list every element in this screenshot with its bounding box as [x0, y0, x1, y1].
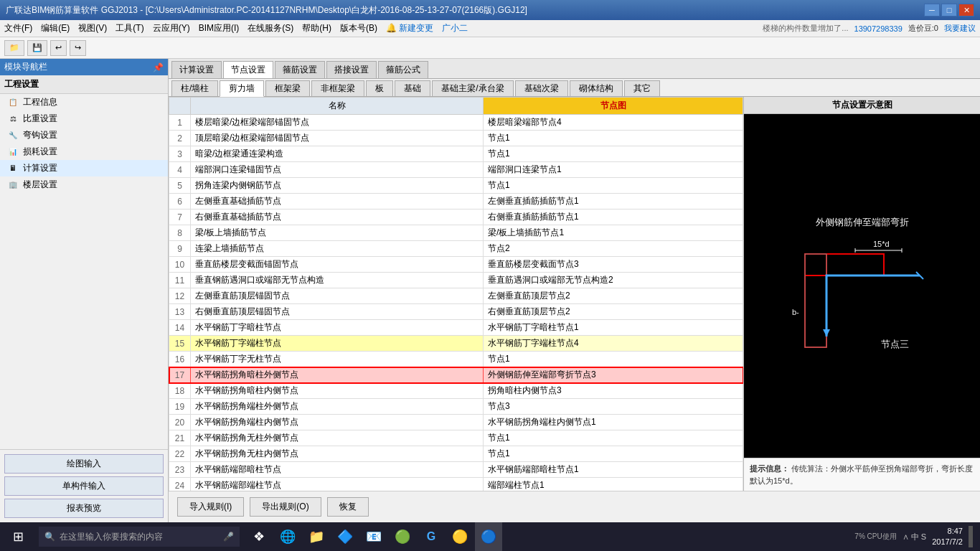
weight-icon: ⚖	[7, 113, 19, 125]
menu-bim[interactable]: BIM应用(I)	[199, 22, 240, 34]
mail-app[interactable]: 📧	[360, 522, 387, 551]
sidebar-item-floor[interactable]: 🏢 楼层设置	[0, 176, 168, 193]
table-row[interactable]: 18水平钢筋拐角暗柱内侧节点拐角暗柱内侧节点3	[169, 383, 743, 399]
sub-tab-foundation-main-beam[interactable]: 基础主梁/承台梁	[432, 80, 513, 96]
app6[interactable]: G	[418, 522, 445, 551]
tab-node-settings[interactable]: 节点设置	[223, 61, 273, 79]
restore-button[interactable]: □	[941, 4, 957, 17]
table-row[interactable]: 16水平钢筋丁字无柱节点节点1	[169, 352, 743, 367]
taskbar-search[interactable]: 🔍 在这里输入你要搜索的内容 🎤	[39, 527, 240, 547]
table-row[interactable]: 23水平钢筋端部暗柱节点水平钢筋端部暗柱节点1	[169, 462, 743, 478]
row-node: 梁/板上墙插筋节点1	[484, 225, 743, 241]
table-row[interactable]: 10垂直筋楼层变截面锚固节点垂直筋楼层变截面节点3	[169, 257, 743, 273]
sidebar-item-calc[interactable]: 🖩 计算设置	[0, 160, 168, 176]
row-number: 15	[169, 336, 191, 352]
row-node: 水平钢筋端部暗柱节点1	[484, 462, 743, 478]
svg-text:节点三: 节点三	[880, 339, 908, 349]
table-row[interactable]: 3暗梁/边框梁通连梁构造节点1	[169, 146, 743, 162]
row-node: 节点3	[484, 399, 743, 415]
table-row[interactable]: 4端部洞口连梁锚固节点端部洞口连梁节点1	[169, 162, 743, 178]
sub-tab-other[interactable]: 其它	[624, 80, 660, 96]
menu-view[interactable]: 视图(V)	[78, 22, 107, 34]
table-row[interactable]: 8梁/板上墙插筋节点梁/板上墙插筋节点1	[169, 225, 743, 241]
menu-online[interactable]: 在线服务(S)	[248, 22, 293, 34]
table-wrapper[interactable]: 名称 节点图 1楼层暗梁/边框梁端部锚固节点楼层暗梁端部节点42顶层暗梁/边框梁…	[169, 97, 743, 491]
start-button[interactable]: ⊞	[0, 522, 36, 551]
sidebar-header: 模块导航栏 📌	[0, 59, 168, 75]
table-row[interactable]: 5拐角连梁内侧钢筋节点节点1	[169, 178, 743, 194]
sub-tab-foundation-secondary-beam[interactable]: 基础次梁	[515, 80, 568, 96]
sub-tab-slab[interactable]: 板	[366, 80, 393, 96]
draw-input-button[interactable]: 绘图输入	[4, 454, 164, 474]
table-row[interactable]: 1楼层暗梁/边框梁端部锚固节点楼层暗梁端部节点4	[169, 115, 743, 131]
menu-file[interactable]: 文件(F)	[4, 22, 32, 34]
redo-button[interactable]: ↪	[70, 40, 86, 56]
new-change-btn[interactable]: 🔔 新建变更	[386, 22, 433, 34]
tab-lap-settings[interactable]: 搭接设置	[326, 61, 377, 78]
tab-stirrup-settings[interactable]: 箍筋设置	[275, 61, 325, 78]
table-row[interactable]: 22水平钢筋拐角无柱内侧节点节点1	[169, 446, 743, 462]
sidebar-pin-icon[interactable]: 📌	[153, 62, 164, 72]
table-row[interactable]: 20水平钢筋拐角端柱内侧节点水平钢筋拐角端柱内侧节点1	[169, 415, 743, 430]
minimize-button[interactable]: ─	[924, 4, 940, 17]
row-node: 节点1	[484, 430, 743, 446]
export-rules-button[interactable]: 导出规则(O)	[250, 497, 321, 517]
sub-tab-column[interactable]: 柱/墙柱	[171, 80, 218, 96]
table-row[interactable]: 24水平钢筋端部端柱节点端部端柱节点1	[169, 478, 743, 491]
store-app[interactable]: 🔷	[331, 522, 359, 551]
tab-calc-settings[interactable]: 计算设置	[171, 61, 222, 78]
menu-cloud[interactable]: 云应用(Y)	[153, 22, 190, 34]
sub-tab-shear-wall[interactable]: 剪力墙	[220, 80, 264, 97]
sidebar-item-project-info[interactable]: 📋 工程信息	[0, 94, 168, 110]
menu-help[interactable]: 帮助(H)	[302, 22, 331, 34]
single-component-button[interactable]: 单构件输入	[4, 476, 164, 496]
row-name: 左侧垂直基础插筋节点	[191, 194, 484, 209]
table-row[interactable]: 11垂直钢筋遇洞口或端部无节点构造垂直筋遇洞口或端部无节点构造2	[169, 273, 743, 288]
sub-tab-non-frame-beam[interactable]: 非框架梁	[311, 80, 364, 96]
sub-tab-foundation[interactable]: 基础	[395, 80, 430, 96]
save-button[interactable]: 💾	[27, 40, 47, 56]
app5[interactable]: 🟢	[389, 522, 416, 551]
report-preview-button[interactable]: 报表预览	[4, 499, 164, 518]
menu-tools[interactable]: 工具(T)	[116, 22, 143, 34]
sub-tab-frame-beam[interactable]: 框架梁	[265, 80, 310, 96]
table-row[interactable]: 7右侧垂直基础插筋节点右侧垂直插筋插筋节点1	[169, 209, 743, 225]
file-explorer-app[interactable]: 📁	[303, 522, 330, 551]
show-desktop-button[interactable]	[969, 526, 973, 547]
menu-edit[interactable]: 编辑(E)	[41, 22, 70, 34]
row-name: 水平钢筋端部端柱节点	[191, 478, 484, 491]
menu-version[interactable]: 版本号(B)	[340, 22, 377, 34]
app7[interactable]: 🟡	[446, 522, 473, 551]
row-number: 20	[169, 415, 191, 430]
open-button[interactable]: 📁	[4, 40, 24, 56]
table-row[interactable]: 12左侧垂直筋顶层锚固节点左侧垂直筋顶层节点2	[169, 288, 743, 304]
row-number: 12	[169, 288, 191, 304]
close-button[interactable]: ✕	[958, 4, 974, 17]
sidebar-item-weight[interactable]: ⚖ 比重设置	[0, 110, 168, 127]
sidebar-item-loss[interactable]: 📊 损耗设置	[0, 143, 168, 160]
undo-button[interactable]: ↩	[50, 40, 67, 56]
browser-app[interactable]: 🌐	[274, 522, 301, 551]
table-row[interactable]: 19水平钢筋拐角端柱外侧节点节点3	[169, 399, 743, 415]
table-row[interactable]: 15水平钢筋丁字端柱节点水平钢筋丁字端柱节点4	[169, 336, 743, 352]
import-rules-button[interactable]: 导入规则(I)	[177, 497, 244, 517]
sub-tab-masonry[interactable]: 砌体结构	[570, 80, 623, 96]
suggest-btn[interactable]: 我要建议	[944, 23, 976, 34]
ggj-app[interactable]: 🔵	[475, 522, 502, 551]
microphone-icon[interactable]: 🎤	[223, 532, 234, 542]
assistant-btn[interactable]: 广小二	[442, 22, 468, 34]
table-row[interactable]: 21水平钢筋拐角无柱外侧节点节点1	[169, 430, 743, 446]
sidebar-item-hook[interactable]: 🔧 弯钩设置	[0, 127, 168, 143]
table-row[interactable]: 17水平钢筋拐角暗柱外侧节点外侧钢筋伸至端部弯折节点3	[169, 367, 743, 383]
table-row[interactable]: 13右侧垂直筋顶层锚固节点右侧垂直筋顶层节点2	[169, 304, 743, 320]
restore-button[interactable]: 恢复	[327, 497, 369, 517]
main-tab-bar: 计算设置 节点设置 箍筋设置 搭接设置 箍筋公式	[169, 59, 980, 79]
table-row[interactable]: 6左侧垂直基础插筋节点左侧垂直插筋插筋节点1	[169, 194, 743, 209]
table-row[interactable]: 14水平钢筋丁字暗柱节点水平钢筋丁字暗柱节点1	[169, 320, 743, 336]
table-row[interactable]: 2顶层暗梁/边框梁端部锚固节点节点1	[169, 131, 743, 146]
tab-stirrup-formula[interactable]: 箍筋公式	[378, 61, 428, 78]
task-view-button[interactable]: ❖	[245, 522, 273, 551]
table-row[interactable]: 9连梁上墙插筋节点节点2	[169, 241, 743, 257]
row-name: 垂直筋楼层变截面锚固节点	[191, 257, 484, 273]
row-name: 连梁上墙插筋节点	[191, 241, 484, 257]
